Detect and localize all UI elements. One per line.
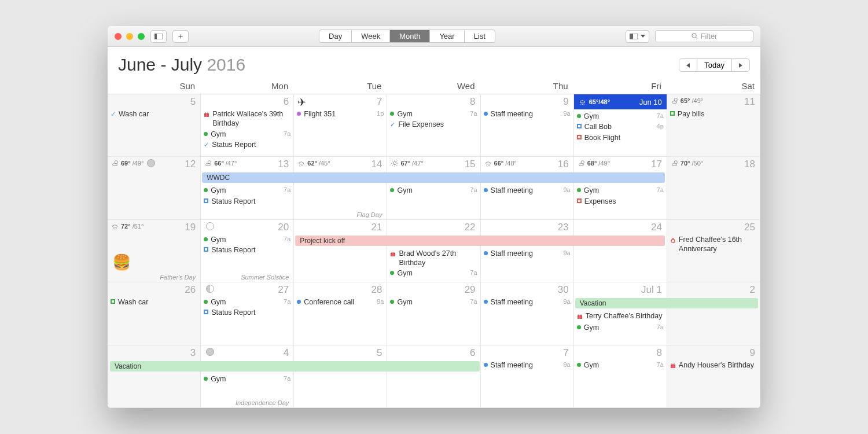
day-cell[interactable]: 5: [294, 345, 387, 408]
day-cell[interactable]: 17 68°/49°Gym7aExpenses: [574, 157, 667, 219]
day-cell[interactable]: 28Conference call9a: [294, 282, 387, 345]
event-time: 9a: [561, 297, 570, 306]
event-item[interactable]: Gym7a: [577, 322, 664, 333]
sidebar-toggle-button[interactable]: [150, 30, 167, 43]
event-item[interactable]: ✓Status Report: [204, 139, 290, 150]
view-day[interactable]: Day: [319, 30, 352, 42]
event-item[interactable]: Gym7a: [390, 297, 477, 307]
day-cell[interactable]: 9Staff meeting9a: [481, 94, 574, 157]
event-item[interactable]: Pay bills: [670, 109, 757, 119]
filter-input[interactable]: Filter: [655, 30, 753, 42]
view-week[interactable]: Week: [352, 30, 390, 42]
view-month[interactable]: Month: [390, 30, 430, 42]
day-cell[interactable]: 30Staff meeting9a: [481, 282, 574, 345]
aspect-dropdown[interactable]: [626, 30, 649, 43]
event-dot-icon: [204, 237, 208, 241]
add-button[interactable]: ＋: [172, 30, 189, 43]
event-text: Gym: [584, 186, 652, 195]
banner-proj[interactable]: Project kick off: [295, 236, 665, 246]
event-item[interactable]: Brad Wood's 27th Birthday: [390, 248, 477, 269]
day-cell[interactable]: 2: [667, 282, 760, 345]
event-time: 7a: [654, 361, 664, 369]
event-item[interactable]: Wash car: [111, 297, 197, 307]
event-item[interactable]: Staff meeting9a: [484, 248, 571, 259]
event-item[interactable]: Conference call9a: [297, 297, 384, 307]
event-item[interactable]: ✓Wash car: [111, 109, 197, 119]
event-item[interactable]: Gym7a: [577, 185, 664, 196]
day-cell[interactable]: 15 67°/47°Gym7a: [387, 157, 480, 219]
day-cell[interactable]: 14 62°/45°Flag Day: [294, 157, 387, 219]
day-cell[interactable]: 23Staff meeting9a: [481, 220, 574, 282]
day-cell[interactable]: 26Wash car: [108, 282, 201, 345]
event-item[interactable]: Book Flight: [577, 133, 664, 143]
day-cell[interactable]: 18 70°/50°: [667, 157, 760, 219]
event-item[interactable]: Flight 3511p: [297, 109, 384, 119]
next-button[interactable]: [732, 59, 749, 71]
fullscreen-button[interactable]: [138, 33, 145, 40]
day-number: 8: [470, 96, 475, 108]
view-segmented-control[interactable]: DayWeekMonthYearList: [319, 30, 495, 43]
day-cell[interactable]: 25Fred Chaffee's 16th Anniversary: [667, 220, 760, 282]
day-cell[interactable]: 11 65°/49°Pay bills: [667, 94, 760, 157]
day-cell[interactable]: 65°/48°Jun 10Gym7aCall Bob4pBook Flight: [574, 94, 667, 157]
day-cell[interactable]: 8Gym7a: [574, 345, 667, 408]
event-item[interactable]: Status Report: [204, 245, 290, 255]
event-item[interactable]: Gym7a: [204, 297, 290, 307]
event-item[interactable]: Gym7a: [204, 374, 290, 384]
event-item[interactable]: Staff meeting9a: [484, 297, 571, 307]
event-item[interactable]: Gym7a: [390, 109, 477, 119]
event-item[interactable]: Staff meeting9a: [484, 185, 571, 196]
event-item[interactable]: Status Report: [204, 307, 290, 318]
event-item[interactable]: Terry Chaffee's Birth­day: [577, 311, 664, 322]
today-button[interactable]: Today: [697, 59, 732, 71]
event-item[interactable]: Expenses: [577, 196, 664, 207]
event-item[interactable]: Gym7a: [204, 185, 290, 196]
minimize-button[interactable]: [126, 33, 133, 40]
day-cell[interactable]: 7✈︎Flight 3511p: [294, 94, 387, 157]
banner-vac2[interactable]: Vacation: [110, 361, 480, 372]
day-cell[interactable]: 20Gym7aStatus ReportSummer Solstice: [201, 220, 294, 282]
reminder-square-icon: [204, 310, 208, 314]
prev-button[interactable]: [679, 59, 697, 71]
event-item[interactable]: Gym7a: [390, 268, 477, 278]
event-item[interactable]: Staff meeting9a: [484, 360, 571, 370]
day-cell[interactable]: Jul 1Terry Chaffee's Birth­dayGym7a: [574, 282, 667, 345]
view-year[interactable]: Year: [430, 30, 464, 42]
day-cell[interactable]: 24Gym7a: [574, 220, 667, 282]
day-cell[interactable]: 4Gym7aIndependence Day: [201, 345, 294, 408]
day-cell[interactable]: 5✓Wash car: [108, 94, 201, 157]
event-dot-icon: [484, 188, 488, 192]
event-dot-icon: [390, 188, 394, 192]
close-button[interactable]: [115, 33, 122, 40]
event-item[interactable]: Status Report: [204, 196, 290, 207]
day-cell[interactable]: 21: [294, 220, 387, 282]
day-cell[interactable]: 29Gym7a: [387, 282, 480, 345]
day-cell[interactable]: 7Staff meeting9a: [481, 345, 574, 408]
day-cell[interactable]: 13 66°/47°Gym7aStatus Report: [201, 157, 294, 219]
view-list[interactable]: List: [465, 30, 495, 42]
day-cell[interactable]: 12 69°/49°: [108, 157, 201, 219]
event-item[interactable]: Call Bob4p: [577, 122, 664, 132]
event-item[interactable]: Gym7a: [204, 129, 290, 139]
day-cell[interactable]: 8Gym7a✓File Expenses: [387, 94, 480, 157]
day-cell[interactable]: 6Patrick Wallace's 39th BirthdayGym7a✓St…: [201, 94, 294, 157]
event-item[interactable]: Andy Houser's Birthday: [670, 360, 757, 372]
event-time: 7a: [654, 186, 664, 194]
banner-vac1[interactable]: Vacation: [575, 298, 758, 308]
event-item[interactable]: Gym7a: [577, 360, 664, 370]
event-item[interactable]: Gym7a: [390, 185, 477, 196]
event-item[interactable]: Gym7a: [577, 111, 664, 122]
day-cell[interactable]: 22Brad Wood's 27th BirthdayGym7a: [387, 220, 480, 282]
event-item[interactable]: Patrick Wallace's 39th Birthday: [204, 109, 290, 129]
event-item[interactable]: Staff meeting9a: [484, 109, 571, 119]
day-cell[interactable]: 27Gym7aStatus Report: [201, 282, 294, 345]
day-cell[interactable]: 6Gym7a: [387, 345, 480, 408]
event-item[interactable]: Fred Chaffee's 16th Anniversary: [670, 234, 757, 255]
banner-wwdc[interactable]: WWDC: [202, 172, 665, 183]
day-cell[interactable]: 16 66°/48°Staff meeting9a: [481, 157, 574, 219]
day-cell[interactable]: 19 72°/51°🍔Father's Day: [108, 220, 201, 282]
event-item[interactable]: Gym7a: [204, 234, 290, 245]
day-cell[interactable]: 3: [108, 345, 201, 408]
event-item[interactable]: ✓File Expenses: [390, 119, 477, 130]
day-cell[interactable]: 9Andy Houser's Birthday: [667, 345, 760, 408]
